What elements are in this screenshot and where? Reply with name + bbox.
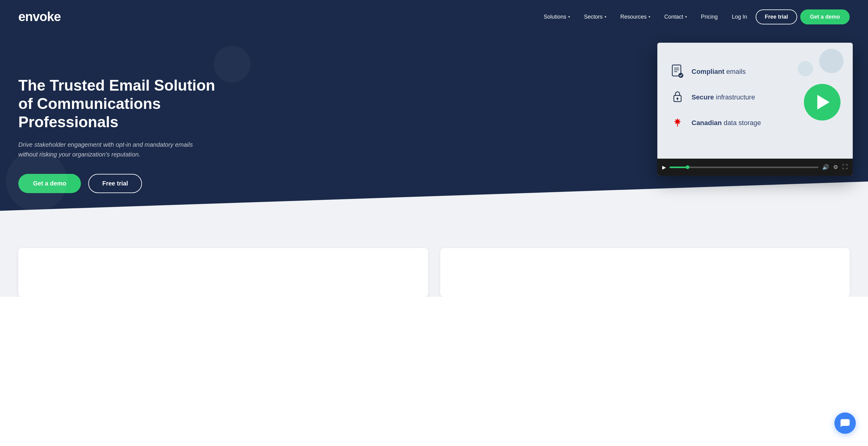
volume-icon[interactable]: 🔊	[822, 164, 829, 171]
play-pause-button[interactable]: ▶	[662, 164, 666, 170]
bottom-section	[0, 230, 868, 297]
progress-indicator	[686, 165, 689, 169]
bottom-card-right	[440, 248, 850, 297]
hero-section: The Trusted Email Solution of Communicat…	[0, 34, 868, 230]
navbar: envoke Solutions ▾ Sectors ▾ Resources ▾…	[0, 0, 868, 34]
feature-canadian-text: Canadian data storage	[691, 119, 761, 127]
chevron-down-icon: ▾	[685, 15, 687, 19]
nav-item-login[interactable]: Log In	[726, 11, 752, 23]
logo[interactable]: envoke	[18, 9, 61, 24]
feature-secure-text: Secure infrastructure	[691, 93, 755, 101]
decor-circle-1	[6, 150, 67, 211]
feature-secure: Secure infrastructure	[670, 90, 798, 105]
video-features-list: Compliant emails Secure infras	[670, 64, 798, 141]
hero-free-trial-button[interactable]: Free trial	[88, 174, 142, 193]
compliant-icon	[670, 64, 685, 80]
fullscreen-icon[interactable]: ⛶	[842, 164, 848, 171]
nav-item-resources[interactable]: Resources ▾	[615, 11, 656, 23]
chevron-down-icon: ▾	[649, 15, 650, 19]
decor-circle-2	[214, 46, 250, 82]
feature-compliant: Compliant emails	[670, 64, 798, 80]
canadian-flag-icon	[670, 115, 685, 131]
feature-canadian: Canadian data storage	[670, 115, 798, 131]
chevron-down-icon: ▾	[604, 15, 606, 19]
chevron-down-icon: ▾	[568, 15, 570, 19]
nav-item-contact[interactable]: Contact ▾	[659, 11, 692, 23]
video-control-icons: 🔊 ⚙ ⛶	[822, 164, 848, 171]
video-panel: Compliant emails Secure infras	[657, 43, 853, 176]
feature-compliant-text: Compliant emails	[691, 68, 746, 76]
bottom-card-left	[18, 248, 428, 297]
svg-point-4	[678, 73, 683, 78]
nav-item-solutions[interactable]: Solutions ▾	[538, 11, 576, 23]
video-progress-bar[interactable]	[670, 167, 818, 168]
hero-title: The Trusted Email Solution of Communicat…	[18, 76, 232, 131]
video-play-button[interactable]	[804, 84, 840, 121]
settings-icon[interactable]: ⚙	[833, 164, 838, 171]
play-triangle-icon	[817, 95, 830, 109]
progress-fill	[670, 167, 688, 168]
nav-item-pricing[interactable]: Pricing	[695, 11, 723, 23]
secure-icon	[670, 90, 685, 105]
video-content-area: Compliant emails Secure infras	[657, 43, 853, 159]
nav-free-trial-button[interactable]: Free trial	[756, 9, 797, 25]
video-controls-bar: ▶ 🔊 ⚙ ⛶	[657, 159, 853, 176]
nav-item-sectors[interactable]: Sectors ▾	[579, 11, 612, 23]
nav-links: Solutions ▾ Sectors ▾ Resources ▾ Contac…	[538, 9, 850, 25]
svg-point-6	[677, 98, 678, 99]
nav-get-demo-button[interactable]: Get a demo	[800, 9, 850, 25]
